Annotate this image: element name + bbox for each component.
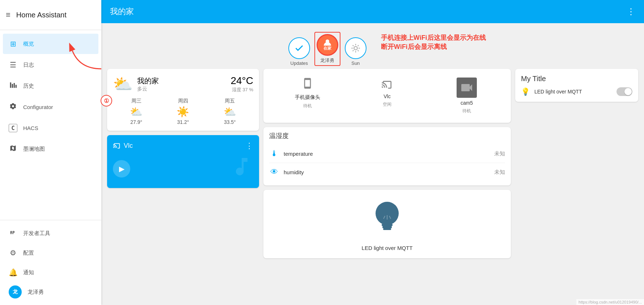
album-art bbox=[230, 155, 253, 182]
sidebar-item-hacs[interactable]: C HACS bbox=[3, 118, 98, 138]
middle-column: 手机摄像头 待机 Vlc 空闲 bbox=[263, 69, 511, 299]
phone-cam-icon bbox=[302, 78, 313, 92]
sidebar-item-map[interactable]: 墨澜地图 bbox=[3, 139, 98, 159]
cam5-name: cam5 bbox=[461, 100, 473, 106]
weather-forecast: 周三 ⛅ 27.9° 周四 ☀️ 31.2° 周五 ⛅ 33.5° bbox=[113, 98, 253, 125]
forecast-day-1: 周四 ☀️ 31.2° bbox=[177, 98, 189, 125]
user-status: 在家 bbox=[323, 46, 331, 51]
app-title: Home Assistant bbox=[16, 11, 67, 19]
person-badge-user[interactable]: 在家 龙泽勇 bbox=[317, 34, 338, 64]
page-title: 我的家 bbox=[110, 6, 134, 17]
devtools-icon bbox=[9, 229, 17, 238]
sun-circle[interactable] bbox=[345, 37, 367, 59]
svg-line-11 bbox=[358, 50, 359, 51]
cam5-status: 待机 bbox=[462, 108, 471, 114]
user-circle[interactable]: 在家 bbox=[317, 34, 338, 56]
sensors-card: 温湿度 🌡 temperature 未知 👁 humidity 未知 bbox=[263, 127, 511, 185]
overview-icon: ⊞ bbox=[9, 39, 17, 48]
sidebar-item-configurator-label: Configurator bbox=[23, 104, 53, 110]
svg-rect-16 bbox=[382, 226, 392, 228]
sidebar-item-devtools-label: 开发者工具 bbox=[23, 230, 50, 237]
updates-circle[interactable] bbox=[288, 37, 310, 59]
phone-cam-status: 待机 bbox=[303, 103, 312, 109]
devices-card: 手机摄像头 待机 Vlc 空闲 bbox=[263, 69, 511, 123]
forecast-day-0-label: 周三 bbox=[131, 98, 141, 104]
sidebar-item-notifications[interactable]: 🔔 通知 bbox=[3, 263, 98, 282]
url-bar: https://blog.csdn.net/u012019490/... bbox=[576, 299, 644, 305]
sensors-title: 温湿度 bbox=[269, 131, 505, 140]
humidity-value: 未知 bbox=[494, 169, 505, 176]
sidebar-item-history-label: 历史 bbox=[23, 83, 34, 89]
weather-description: 多云 bbox=[137, 86, 159, 92]
sensor-row-temperature: 🌡 temperature 未知 bbox=[269, 145, 505, 163]
media-more-icon[interactable]: ⋮ bbox=[245, 141, 253, 151]
forecast-day-2-label: 周五 bbox=[225, 98, 235, 104]
topbar: 我的家 ⋮ bbox=[101, 0, 644, 23]
sidebar-item-settings[interactable]: ⚙ 配置 bbox=[3, 243, 98, 262]
vlc-icon bbox=[381, 78, 393, 91]
title-card-heading: My Title bbox=[521, 75, 632, 83]
svg-rect-3 bbox=[16, 85, 17, 88]
device-cam5[interactable]: cam5 待机 bbox=[428, 73, 505, 118]
humidity-name: humidity bbox=[284, 169, 490, 175]
sensor-row-humidity: 👁 humidity 未知 bbox=[269, 163, 505, 181]
forecast-day-0: 周三 ⛅ 27.9° bbox=[130, 98, 143, 125]
cam5-thumb bbox=[457, 78, 477, 98]
bulb-card: LED light over MQTT bbox=[263, 190, 511, 258]
weather-right: 24°C 湿度 37 % bbox=[230, 75, 253, 93]
svg-rect-17 bbox=[383, 228, 391, 230]
weather-header: ⛅ 我的家 多云 24°C 湿度 37 % bbox=[113, 75, 253, 93]
notifications-icon: 🔔 bbox=[9, 268, 17, 277]
history-icon bbox=[9, 82, 17, 91]
vlc-name: Vlc bbox=[384, 93, 390, 99]
left-column: ⛅ 我的家 多云 24°C 湿度 37 % bbox=[107, 69, 259, 299]
configurator-icon bbox=[9, 103, 17, 112]
sidebar-item-log[interactable]: ☰ 日志 bbox=[3, 55, 98, 75]
sidebar-nav: ⊞ 概览 ☰ 日志 历史 Configurator C HACS bbox=[0, 30, 101, 220]
svg-line-13 bbox=[358, 45, 359, 46]
sidebar-item-overview-label: 概览 bbox=[23, 41, 34, 47]
media-body: ▶ bbox=[113, 155, 253, 182]
device-phone-cam[interactable]: 手机摄像头 待机 bbox=[269, 73, 346, 118]
sidebar-item-map-label: 墨澜地图 bbox=[23, 146, 45, 152]
forecast-day-0-icon: ⛅ bbox=[130, 106, 143, 118]
more-menu-icon[interactable]: ⋮ bbox=[627, 7, 635, 17]
sidebar-item-user[interactable]: 龙 龙泽勇 bbox=[3, 283, 98, 301]
cards-grid: ⛅ 我的家 多云 24°C 湿度 37 % bbox=[107, 69, 638, 299]
media-player-title: Vlc bbox=[124, 142, 133, 150]
sidebar-item-configurator[interactable]: Configurator bbox=[3, 97, 98, 117]
main-content: 我的家 ⋮ Updates bbox=[101, 0, 644, 305]
person-badge-updates[interactable]: Updates bbox=[288, 37, 310, 66]
play-button[interactable]: ▶ bbox=[113, 160, 130, 177]
updates-label: Updates bbox=[291, 60, 308, 66]
sidebar-bottom: 开发者工具 ⚙ 配置 🔔 通知 龙 龙泽勇 bbox=[0, 220, 101, 305]
annotation-row: Updates 在家 龙泽勇 bbox=[107, 29, 638, 69]
weather-details: 我的家 多云 bbox=[137, 76, 159, 92]
map-icon bbox=[9, 145, 17, 154]
phone-cam-name: 手机摄像头 bbox=[295, 94, 320, 101]
forecast-day-1-label: 周四 bbox=[178, 98, 188, 104]
device-vlc[interactable]: Vlc 空闲 bbox=[349, 73, 425, 118]
forecast-day-2: 周五 ⛅ 33.5° bbox=[224, 98, 236, 125]
sidebar-item-overview[interactable]: ⊞ 概览 bbox=[3, 34, 98, 54]
media-title-row: Vlc bbox=[113, 141, 133, 151]
svg-rect-0 bbox=[10, 82, 11, 88]
weather-icon: ⛅ bbox=[113, 75, 133, 93]
sidebar-item-log-label: 日志 bbox=[23, 62, 34, 68]
menu-icon[interactable]: ≡ bbox=[6, 10, 10, 20]
content-area: Updates 在家 龙泽勇 bbox=[101, 23, 644, 305]
annotation-text-container: 手机连接上WiFi后这里会显示为在线断开WiFi后会显示离线 bbox=[378, 32, 638, 53]
sidebar-item-history[interactable]: 历史 bbox=[3, 76, 98, 96]
weather-temperature: 24°C bbox=[230, 75, 253, 87]
person-badge-sun[interactable]: Sun bbox=[345, 37, 367, 66]
weather-humidity: 湿度 37 % bbox=[230, 87, 253, 93]
devices-grid: 手机摄像头 待机 Vlc 空闲 bbox=[269, 73, 505, 118]
forecast-day-2-temp: 33.5° bbox=[224, 119, 236, 125]
svg-point-14 bbox=[376, 202, 399, 225]
sidebar-item-devtools[interactable]: 开发者工具 bbox=[3, 224, 98, 243]
humidity-icon: 👁 bbox=[269, 167, 279, 177]
led-bulb-icon: 💡 bbox=[521, 87, 530, 96]
led-toggle[interactable] bbox=[617, 87, 632, 96]
svg-point-5 bbox=[354, 46, 357, 50]
temperature-name: temperature bbox=[284, 151, 490, 157]
